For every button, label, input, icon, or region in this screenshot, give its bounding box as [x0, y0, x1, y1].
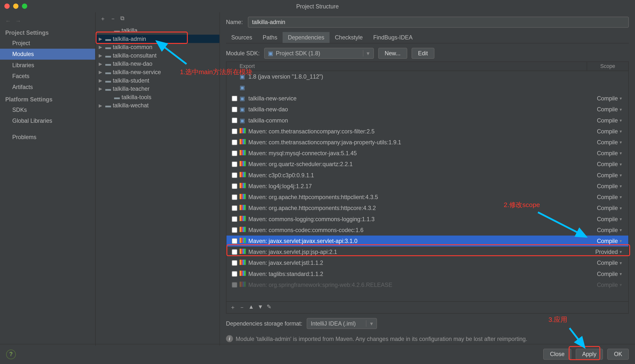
- dependency-row[interactable]: Maven: commons-logging:commons-logging:1…: [227, 214, 628, 225]
- tree-item[interactable]: ▶▬talkilla-new-service: [96, 68, 220, 76]
- dependency-row[interactable]: Maven: javax.servlet.jsp:jsp-api:2.1Prov…: [227, 246, 628, 258]
- add-dependency-icon[interactable]: ＋: [230, 304, 236, 312]
- expand-icon[interactable]: ▶: [98, 62, 104, 66]
- scope-value[interactable]: Compile: [584, 205, 620, 212]
- tree-item[interactable]: ▬talkilla-tools: [96, 93, 220, 102]
- expand-icon[interactable]: ▶: [98, 53, 104, 58]
- scope-value[interactable]: Compile: [584, 117, 620, 124]
- dependency-row[interactable]: Maven: log4j:log4j:1.2.17Compile▾: [227, 181, 628, 192]
- chevron-down-icon[interactable]: ▾: [620, 260, 626, 265]
- scope-value[interactable]: Compile: [584, 106, 620, 113]
- dependency-row[interactable]: Maven: c3p0:c3p0:0.9.1.1Compile▾: [227, 170, 628, 181]
- dependency-row[interactable]: Maven: javax.servlet:javax.servlet-api:3…: [227, 236, 628, 246]
- expand-icon[interactable]: ▶: [98, 70, 104, 74]
- chevron-down-icon[interactable]: ▾: [620, 250, 626, 254]
- scope-value[interactable]: Compile: [584, 216, 620, 222]
- tree-item[interactable]: ▶▬talkilla-consultant: [96, 51, 220, 60]
- chevron-down-icon[interactable]: ▾: [620, 195, 626, 199]
- export-checkbox[interactable]: [231, 205, 237, 211]
- export-checkbox[interactable]: [231, 140, 237, 145]
- module-name-input[interactable]: [248, 16, 629, 28]
- dependency-row[interactable]: Maven: org.quartz-scheduler:quartz:2.2.1…: [227, 159, 628, 170]
- dependency-row[interactable]: Maven: com.thetransactioncompany:cors-fi…: [227, 126, 628, 137]
- scope-value[interactable]: Compile: [584, 260, 620, 266]
- tab-paths[interactable]: Paths: [257, 32, 283, 43]
- export-checkbox[interactable]: [231, 96, 237, 102]
- apply-button[interactable]: Apply: [575, 349, 603, 360]
- scope-value[interactable]: Compile: [584, 282, 620, 288]
- dependency-row[interactable]: Maven: org.apache.httpcomponents:httpcor…: [227, 202, 628, 214]
- tree-item[interactable]: ▶▬talkilla-admin: [96, 35, 220, 43]
- edit-dependency-icon[interactable]: ✎: [267, 304, 271, 312]
- add-module-icon[interactable]: ＋: [100, 15, 106, 23]
- close-window-icon[interactable]: [5, 4, 10, 9]
- scope-value[interactable]: Compile: [584, 194, 620, 200]
- remove-module-icon[interactable]: －: [110, 15, 116, 23]
- nav-forward-icon[interactable]: →: [15, 18, 21, 24]
- dependency-row[interactable]: Maven: org.apache.httpcomponents:httpcli…: [227, 192, 628, 202]
- chevron-down-icon[interactable]: ▾: [620, 184, 626, 188]
- tree-item[interactable]: ▶▬talkilla-wechat: [96, 102, 220, 110]
- chevron-down-icon[interactable]: ▾: [620, 238, 626, 243]
- nav-problems[interactable]: Problems: [0, 132, 95, 142]
- dependency-row[interactable]: ▣talkilla-commonCompile▾: [227, 115, 628, 126]
- dependency-row[interactable]: ▣1.8 (java version "1.8.0_112"): [227, 71, 628, 82]
- export-checkbox[interactable]: [231, 150, 237, 156]
- chevron-down-icon[interactable]: ▾: [620, 162, 626, 167]
- dependency-row[interactable]: Maven: taglibs:standard:1.1.2Compile▾: [227, 268, 628, 280]
- nav-back-icon[interactable]: ←: [5, 18, 11, 24]
- expand-icon[interactable]: ▶: [98, 86, 104, 91]
- scope-value[interactable]: Compile: [584, 270, 620, 277]
- dependency-row[interactable]: ▣talkilla-new-daoCompile▾: [227, 104, 628, 115]
- edit-sdk-button[interactable]: Edit: [411, 48, 435, 59]
- chevron-down-icon[interactable]: ▾: [620, 107, 626, 112]
- tree-item[interactable]: ▶▬talkilla-common: [96, 43, 220, 51]
- export-checkbox[interactable]: [231, 260, 237, 266]
- tree-item[interactable]: ▶▬talkilla-new-dao: [96, 60, 220, 68]
- chevron-down-icon[interactable]: ▾: [620, 282, 626, 287]
- export-checkbox[interactable]: [231, 216, 237, 222]
- expand-icon[interactable]: ▶: [98, 103, 104, 108]
- tab-findbugs-idea[interactable]: FindBugs-IDEA: [368, 32, 418, 43]
- col-scope[interactable]: Scope: [587, 62, 628, 70]
- tree-item[interactable]: ▶▬talkilla-student: [96, 76, 220, 85]
- scope-value[interactable]: Compile: [584, 183, 620, 190]
- dependency-row[interactable]: Maven: org.springframework:spring-web:4.…: [227, 280, 628, 290]
- new-sdk-button[interactable]: New...: [378, 48, 407, 59]
- scope-value[interactable]: Compile: [584, 150, 620, 157]
- chevron-down-icon[interactable]: ▾: [620, 140, 626, 144]
- module-sdk-combo[interactable]: ▣ Project SDK (1.8) ▾: [264, 48, 374, 59]
- chevron-down-icon[interactable]: ▾: [620, 151, 626, 156]
- export-checkbox[interactable]: [231, 238, 237, 244]
- export-checkbox[interactable]: [231, 106, 237, 112]
- remove-dependency-icon[interactable]: －: [239, 304, 245, 312]
- ok-button[interactable]: OK: [607, 349, 629, 360]
- export-checkbox[interactable]: [231, 183, 237, 189]
- export-checkbox[interactable]: [231, 249, 237, 255]
- nav-project[interactable]: Project: [0, 38, 95, 48]
- dependency-row[interactable]: Maven: javax.servlet:jstl:1.1.2Compile▾: [227, 258, 628, 268]
- chevron-down-icon[interactable]: ▾: [620, 173, 626, 178]
- expand-icon[interactable]: ▶: [98, 45, 104, 49]
- help-icon[interactable]: ?: [6, 349, 16, 359]
- expand-icon[interactable]: ▶: [98, 36, 104, 41]
- chevron-down-icon[interactable]: ▾: [620, 206, 626, 210]
- move-up-icon[interactable]: ▲: [248, 304, 254, 312]
- tab-sources[interactable]: Sources: [226, 32, 257, 43]
- scope-value[interactable]: Compile: [584, 227, 620, 234]
- chevron-down-icon[interactable]: ▾: [620, 96, 626, 101]
- scope-value[interactable]: Compile: [584, 238, 620, 244]
- export-checkbox[interactable]: [231, 194, 237, 200]
- nav-artifacts[interactable]: Artifacts: [0, 82, 95, 92]
- scope-value[interactable]: Compile: [584, 139, 620, 146]
- dependency-row[interactable]: ▣: [227, 82, 628, 93]
- scope-value[interactable]: Provided: [584, 249, 620, 256]
- dependency-row[interactable]: Maven: mysql:mysql-connector-java:5.1.45…: [227, 148, 628, 159]
- chevron-down-icon[interactable]: ▾: [620, 129, 626, 134]
- scope-value[interactable]: Compile: [584, 95, 620, 102]
- nav-libraries[interactable]: Libraries: [0, 60, 95, 71]
- chevron-down-icon[interactable]: ▾: [620, 272, 626, 276]
- export-checkbox[interactable]: [231, 172, 237, 178]
- dependency-row[interactable]: Maven: com.thetransactioncompany:java-pr…: [227, 137, 628, 148]
- expand-icon[interactable]: ▶: [98, 78, 104, 83]
